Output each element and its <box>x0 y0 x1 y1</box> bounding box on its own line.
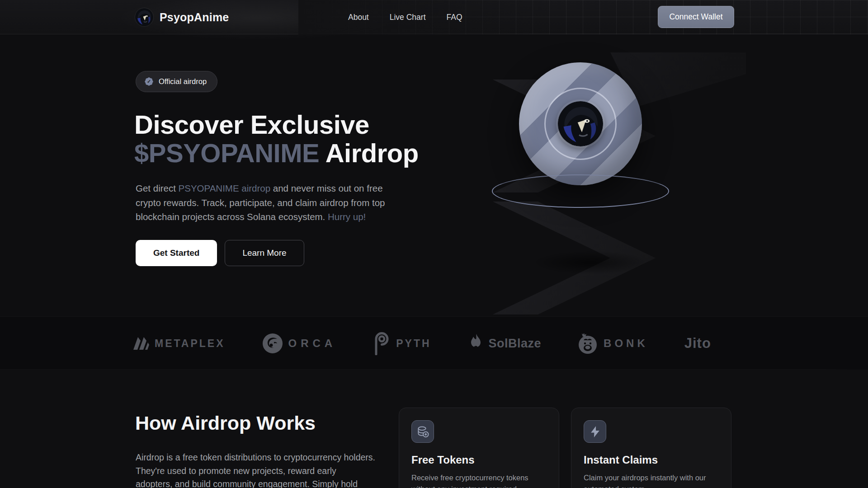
connect-wallet-button[interactable]: Connect Wallet <box>658 6 734 28</box>
hurry-up-link[interactable]: Hurry up! <box>328 211 366 222</box>
hero-para-text-1: Get direct <box>136 183 179 193</box>
hero-title-line1: Discover Exclusive <box>134 110 369 139</box>
pyth-icon <box>373 332 391 355</box>
nav-item-live-chart[interactable]: Live Chart <box>390 13 426 22</box>
learn-more-button[interactable]: Learn More <box>225 240 304 266</box>
orca-logo: ORCA <box>262 333 337 354</box>
orca-icon <box>262 333 283 354</box>
coin-avatar <box>558 101 603 146</box>
solblaze-flame-icon <box>469 334 483 353</box>
hero-title-accent: $PSYOPANIME <box>134 138 319 168</box>
partners-strip: METAPLEX ORCA PYTH <box>0 316 868 370</box>
bonk-icon <box>577 333 598 354</box>
bonk-logo: BONK <box>577 333 648 354</box>
metaplex-logo: METAPLEX <box>133 337 225 350</box>
feature-card-instant-claims: Instant Claims Claim your airdrops insta… <box>571 408 731 488</box>
nav-item-faq[interactable]: FAQ <box>447 13 462 22</box>
brand-logo-icon <box>135 8 153 26</box>
orbit-ring <box>492 174 669 208</box>
solblaze-logo: SolBlaze <box>469 334 542 353</box>
section-title: How Airdrop Works <box>135 412 316 434</box>
section-paragraph: Airdrop is a free token distributions to… <box>136 451 375 488</box>
get-started-button[interactable]: Get Started <box>136 240 217 266</box>
lightning-icon <box>590 426 601 438</box>
card-title: Instant Claims <box>584 454 719 466</box>
hero-paragraph: Get direct PSYOPANIME airdrop and never … <box>136 181 402 224</box>
main-nav: About Live Chart FAQ <box>348 0 462 34</box>
card-description: Claim your airdrops instantly with our a… <box>584 472 719 488</box>
metaplex-icon <box>133 337 149 350</box>
coin-graphic <box>519 62 642 185</box>
header: PsyopAnime About Live Chart FAQ Connect … <box>0 0 868 34</box>
verified-seal-icon: ✓ <box>144 77 154 86</box>
badge-label: Official airdrop <box>159 77 207 86</box>
nav-item-about[interactable]: About <box>348 13 369 22</box>
feature-card-free-tokens: Free Tokens Receive free cryptocurrency … <box>399 408 559 488</box>
card-title: Free Tokens <box>411 454 547 466</box>
hero-title: Discover Exclusive$PSYOPANIME Airdrop <box>134 110 419 167</box>
card-description: Receive free cryptocurrency tokens witho… <box>411 472 547 488</box>
cta-row: Get Started Learn More <box>136 240 304 266</box>
strip-fade-overlay <box>814 317 868 370</box>
icon-tile <box>411 420 434 443</box>
page: PsyopAnime About Live Chart FAQ Connect … <box>0 0 868 488</box>
hero-section: ✓ Official airdrop Discover Exclusive$PS… <box>0 34 868 316</box>
brand[interactable]: PsyopAnime <box>135 0 229 34</box>
hero-title-rest: Airdrop <box>319 138 418 168</box>
coins-plus-icon <box>417 426 429 438</box>
partners-row: METAPLEX ORCA PYTH <box>133 317 753 370</box>
how-airdrop-works-section: How Airdrop Works Airdrop is a free toke… <box>0 370 868 488</box>
icon-tile <box>584 420 606 443</box>
coin-shadow <box>513 247 667 278</box>
pyth-logo: PYTH <box>373 332 431 355</box>
hero-artwork <box>461 52 741 305</box>
official-airdrop-badge: ✓ Official airdrop <box>136 71 217 92</box>
jito-logo: Jito <box>684 335 711 352</box>
psyopanime-airdrop-link[interactable]: PSYOPANIME airdrop <box>179 183 271 193</box>
brand-name: PsyopAnime <box>160 11 229 24</box>
